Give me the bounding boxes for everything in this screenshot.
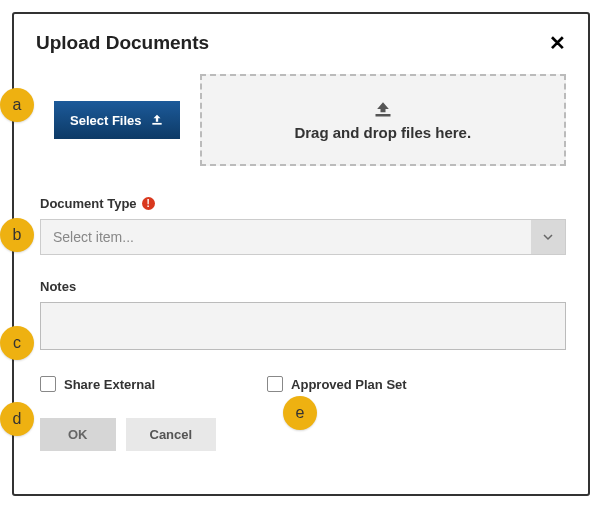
upload-row: Select Files Drag and drop files here. [54, 74, 566, 166]
document-type-label-text: Document Type [40, 196, 137, 211]
annotation-badge-c: c [0, 326, 34, 360]
annotation-badge-b: b [0, 218, 34, 252]
dropzone[interactable]: Drag and drop files here. [200, 74, 566, 166]
approved-plan-set-checkbox[interactable] [267, 376, 283, 392]
document-type-placeholder: Select item... [41, 220, 531, 254]
share-external-label: Share External [64, 377, 155, 392]
modal-header: Upload Documents ✕ [36, 32, 566, 54]
document-type-field: Document Type ! Select item... [40, 194, 566, 255]
annotation-badge-e: e [283, 396, 317, 430]
share-external-checkbox[interactable] [40, 376, 56, 392]
upload-icon [150, 113, 164, 127]
notes-input[interactable] [40, 302, 566, 350]
svg-rect-0 [152, 123, 161, 125]
checkbox-row: Share External Approved Plan Set [40, 376, 566, 392]
select-files-label: Select Files [70, 113, 142, 128]
select-files-button[interactable]: Select Files [54, 101, 180, 139]
upload-cloud-icon [373, 100, 393, 118]
document-type-label: Document Type ! [40, 196, 155, 211]
share-external-group: Share External [40, 376, 155, 392]
required-icon: ! [142, 197, 155, 210]
modal-title: Upload Documents [36, 32, 209, 54]
notes-label: Notes [40, 279, 76, 294]
approved-plan-set-label: Approved Plan Set [291, 377, 407, 392]
close-icon[interactable]: ✕ [549, 33, 566, 53]
cancel-button[interactable]: Cancel [126, 418, 217, 451]
notes-field: Notes [40, 277, 566, 354]
annotation-badge-a: a [0, 88, 34, 122]
annotation-badge-d: d [0, 402, 34, 436]
chevron-down-icon [531, 220, 565, 254]
ok-button[interactable]: OK [40, 418, 116, 451]
approved-plan-set-group: Approved Plan Set [267, 376, 407, 392]
document-type-select[interactable]: Select item... [40, 219, 566, 255]
dropzone-text: Drag and drop files here. [294, 124, 471, 141]
svg-rect-1 [375, 114, 390, 117]
